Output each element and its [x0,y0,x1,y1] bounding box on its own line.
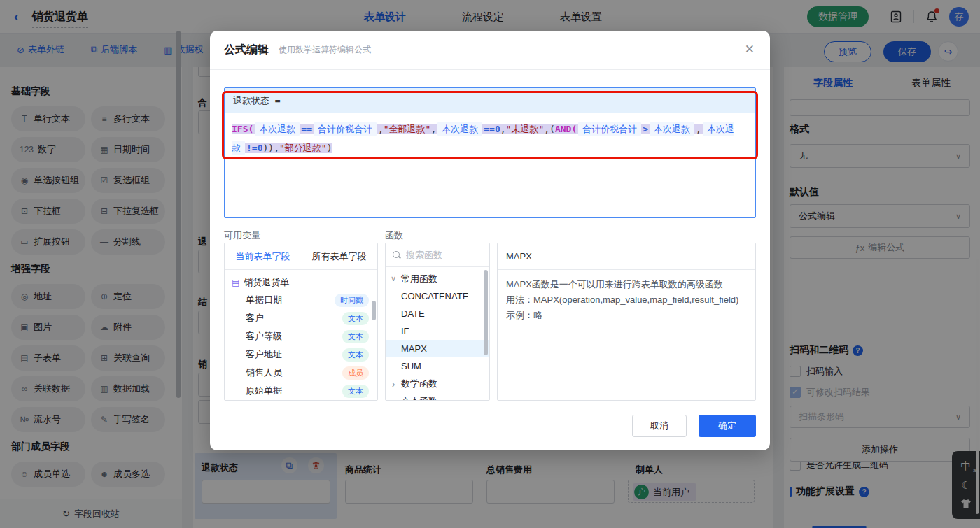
variable-row[interactable]: 单据日期 时间戳 [225,291,377,309]
variable-row[interactable]: 客户地址 文本 [225,345,377,364]
dialog-title: 公式编辑 [224,43,269,57]
description-line: 用法：MAPX(operation,map_value,map_field,re… [506,292,747,308]
dialog-header: 公式编辑 使用数学运算符编辑公式 ✕ [210,31,770,70]
variable-rows: 单据日期 时间戳 客户 文本 客户等级 文本 [225,291,377,400]
formula-editor[interactable]: 退款状态 = IFS(本次退款==合计价税合计,"全部退款",本次退款==0,"… [224,87,756,218]
formula-token: "部分退款" [279,143,327,153]
cancel-button[interactable]: 取消 [632,415,687,437]
variables-pane-label: 可用变量 [224,229,260,242]
variable-name: 客户 [246,312,342,324]
formula-token: 本次退款 [255,122,300,136]
function-description-body: MAPX函数是一个可以用来进行跨表单取数的高级函数用法：MAPX(operati… [498,270,755,330]
tree-chevron-icon [386,274,401,283]
form-doc-icon: ▤ [232,278,239,287]
variable-name: 客户地址 [246,348,342,361]
variables-tab[interactable]: 所有表单字段 [301,243,377,269]
formula-token: ==0 [484,124,500,134]
variable-row[interactable]: 客户等级 文本 [225,327,377,345]
formula-token: > [643,124,648,134]
formula-token: 本次退款 [438,122,482,136]
variable-row[interactable]: 原始单据 文本 [225,382,377,400]
formula-token: , [500,124,506,134]
function-name: MAPX [401,343,427,354]
app-window: ‹ 销货退货单 表单设计流程设定表单设置 数据管理 存 ⊘ 表单外链 [0,0,980,528]
variable-name: 销售人员 [246,366,342,379]
function-list: 常用函数 CONCATENATE DATE IF [386,267,489,401]
function-row[interactable]: 数学函数 [386,375,489,392]
function-name: IF [401,326,410,336]
variable-type-badge: 文本 [342,330,369,343]
variable-type-badge: 文本 [342,348,369,362]
function-name: 数学函数 [401,378,438,390]
function-name: 文本函数 [401,395,438,401]
variable-row[interactable]: 客户 文本 [225,309,377,327]
formula-token: !=0 [246,143,262,153]
function-row[interactable]: CONCATENATE [386,287,489,305]
function-name: 常用函数 [401,273,438,285]
variables-pane: 当前表单字段所有表单字段 ▤ 销货退货单 单据日期 时间戳 客户 [224,243,378,401]
formula-token: , [430,124,436,134]
variable-name: 原始单据 [246,385,342,397]
function-name: CONCATENATE [401,291,468,301]
function-name: DATE [401,308,425,319]
formula-target-header: 退款状态 = [225,88,755,113]
tree-chevron-icon [386,378,401,390]
function-row[interactable]: MAPX [386,340,489,357]
function-row[interactable]: SUM [386,357,489,375]
formula-text-area[interactable]: IFS(本次退款==合计价税合计,"全部退款",本次退款==0,"未退款",(A… [225,113,755,218]
variables-tree: ▤ 销货退货单 单据日期 时间戳 客户 文本 [225,270,377,400]
confirm-button[interactable]: 确定 [699,415,756,437]
function-row[interactable]: 常用函数 [386,270,489,287]
variable-type-badge: 文本 [342,385,369,398]
variable-type-badge: 成员 [342,366,369,380]
functions-scrollbar[interactable] [484,270,488,355]
formula-edit-dialog: 公式编辑 使用数学运算符编辑公式 ✕ 退款状态 = IFS(本次退款==合计价税… [210,31,770,450]
variable-type-badge: 文本 [342,312,369,325]
form-node-label: 销货退货单 [244,276,289,289]
function-description-pane: MAPX MAPX函数是一个可以用来进行跨表单取数的高级函数用法：MAPX(op… [497,243,756,401]
search-icon [393,251,400,259]
function-row[interactable]: 文本函数 [386,392,489,401]
variable-name: 单据日期 [246,294,335,306]
description-line: MAPX函数是一个可以用来进行跨表单取数的高级函数 [506,277,747,292]
variables-tab[interactable]: 当前表单字段 [225,243,301,269]
variable-type-badge: 时间戳 [335,294,369,307]
formula-expression: IFS(本次退款==合计价税合计,"全部退款",本次退款==0,"未退款",(A… [232,124,734,153]
formula-token: 合计价税合计 [578,122,641,136]
function-search[interactable] [386,243,489,267]
description-line: 示例：略 [506,308,747,323]
function-name: SUM [401,361,421,371]
formula-token: ,( [544,124,555,134]
formula-token: 本次退款 [650,122,694,136]
formula-token: ) [327,143,332,153]
function-row[interactable]: DATE [386,305,489,322]
variables-scrollbar[interactable] [372,301,376,320]
dialog-subtitle: 使用数学运算符编辑公式 [279,44,371,56]
function-description-title: MAPX [498,243,755,270]
function-search-input[interactable] [406,250,476,260]
form-node[interactable]: ▤ 销货退货单 [225,274,377,291]
variable-name: 客户等级 [246,330,342,343]
formula-token: "未退款" [506,124,545,134]
variables-tabs: 当前表单字段所有表单字段 [225,243,377,270]
formula-token: "全部退款" [384,124,431,134]
functions-pane: 常用函数 CONCATENATE DATE IF [385,243,490,401]
formula-token: , [378,124,384,134]
formula-token: == [301,124,312,134]
variable-row[interactable]: 销售人员 成员 [225,364,377,382]
function-row[interactable]: IF [386,322,489,340]
close-icon[interactable]: ✕ [745,42,755,57]
formula-token: , [696,124,701,134]
functions-pane-label: 函数 [385,229,403,242]
formula-token: AND( [555,124,577,134]
tree-chevron-icon [386,396,401,401]
formula-token: IFS( [232,124,253,134]
formula-token: 合计价税合计 [314,122,377,136]
formula-token: )), [262,143,279,153]
